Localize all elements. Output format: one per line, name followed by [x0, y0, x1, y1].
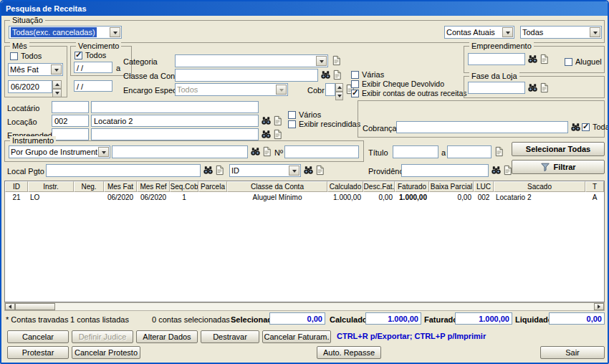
filtrar-button[interactable]: Filtrar: [512, 160, 605, 174]
vencimento-todos-checkbox[interactable]: Todos: [75, 51, 106, 60]
exibir-outras-checkbox[interactable]: Exibir contas de outras receitas: [351, 89, 467, 98]
document-icon[interactable]: [315, 165, 325, 176]
instrumento-grupo-combo[interactable]: Por Grupo de Instrumento: [9, 145, 110, 158]
aluguel-checkbox[interactable]: Aluguel: [565, 57, 602, 67]
varios-checkbox[interactable]: Vários: [288, 110, 321, 120]
combo-arrow-icon[interactable]: [590, 27, 600, 37]
table-row[interactable]: 21 LO 06/2020 06/2020 1 Aluguel Mínimo 1…: [5, 192, 604, 202]
grid-column-header[interactable]: T: [585, 181, 604, 192]
grid-column-header[interactable]: Desc.Fat.: [363, 181, 395, 192]
spin-up-icon[interactable]: [335, 83, 343, 92]
todas-combo[interactable]: Todas: [520, 26, 602, 39]
id-combo[interactable]: ID: [229, 164, 301, 177]
cancelar-faturamento-button[interactable]: Cancelar Faturam.: [262, 330, 331, 343]
varias-checkbox[interactable]: Várias: [351, 70, 384, 80]
empreendedor-nome-field[interactable]: [91, 128, 259, 140]
titulo-ate-field[interactable]: [447, 145, 491, 158]
auto-repasse-button[interactable]: Auto. Repasse: [317, 346, 381, 359]
checkbox-box[interactable]: [351, 90, 359, 97]
cancelar-button[interactable]: Cancelar: [7, 330, 69, 343]
title-bar[interactable]: Pesquisa de Receitas: [1, 1, 608, 16]
grid-column-header[interactable]: Calculado: [327, 181, 363, 192]
cobr-spinner[interactable]: [335, 83, 343, 96]
mes-tipo-combo[interactable]: Mês Fat: [8, 63, 63, 76]
grid-column-header[interactable]: Mes Fat: [104, 181, 137, 192]
mes-periodo-field[interactable]: 06/2020: [8, 80, 52, 93]
locacao-codigo-field[interactable]: 002: [52, 115, 89, 127]
binoculars-icon[interactable]: [527, 54, 538, 64]
grid-column-header[interactable]: ID: [5, 181, 28, 192]
grid-column-header[interactable]: LUC: [474, 181, 494, 192]
document-icon[interactable]: [332, 70, 342, 80]
document-icon[interactable]: [272, 129, 283, 140]
situacao-combo[interactable]: Todas(exc. canceladas): [9, 26, 122, 39]
checkbox-box[interactable]: [351, 80, 359, 88]
checkbox-box[interactable]: [288, 111, 296, 119]
binoculars-icon[interactable]: [491, 165, 502, 176]
grid-horizontal-scrollbar[interactable]: [4, 302, 605, 311]
locacao-nome-field[interactable]: Locatario 2: [91, 115, 259, 127]
providencia-field[interactable]: [401, 164, 489, 177]
contas-atuais-combo[interactable]: Contas Atuais: [444, 26, 514, 39]
binoculars-icon[interactable]: [527, 82, 538, 93]
grid-column-header[interactable]: Instr.: [28, 181, 74, 192]
scroll-right-icon[interactable]: [594, 303, 604, 310]
protestar-button[interactable]: Protestar: [7, 346, 69, 359]
exibir-cheque-checkbox[interactable]: Exibir Cheque Devolvido: [351, 80, 444, 89]
combo-arrow-icon[interactable]: [51, 64, 62, 75]
mes-periodo-spinner[interactable]: [52, 80, 62, 93]
binoculars-icon[interactable]: [320, 70, 331, 80]
instrumento-field[interactable]: [112, 145, 248, 158]
document-icon[interactable]: [494, 146, 504, 157]
scrollbar-track[interactable]: [55, 303, 594, 310]
spin-up-icon[interactable]: [52, 80, 62, 89]
fase-loja-field[interactable]: [468, 82, 525, 94]
grid-column-header[interactable]: Parcela: [198, 181, 227, 192]
document-icon[interactable]: [272, 115, 283, 126]
binoculars-icon[interactable]: [261, 115, 272, 126]
grid-column-header[interactable]: Baixa Parcial: [429, 181, 474, 192]
grid-column-header[interactable]: Classe da Conta: [227, 181, 327, 192]
combo-arrow-icon[interactable]: [502, 27, 513, 37]
scrollbar-thumb[interactable]: [15, 303, 55, 310]
cancelar-protesto-button[interactable]: Cancelar Protesto: [72, 346, 140, 359]
combo-arrow-icon[interactable]: [316, 56, 327, 66]
locatario-codigo-field[interactable]: [52, 101, 89, 113]
combo-arrow-icon[interactable]: [289, 166, 299, 176]
scroll-left-icon[interactable]: [5, 303, 15, 310]
cobr-field[interactable]: [325, 83, 335, 96]
titulo-de-field[interactable]: [393, 145, 438, 158]
binoculars-icon[interactable]: [261, 129, 272, 140]
vencimento-de-field[interactable]: / /: [74, 62, 112, 73]
binoculars-icon[interactable]: [570, 122, 581, 133]
checkbox-box[interactable]: [10, 52, 18, 60]
checkbox-box[interactable]: [351, 71, 359, 79]
spin-down-icon[interactable]: [52, 89, 62, 97]
alterar-dados-button[interactable]: Alterar Dados: [136, 330, 198, 343]
document-icon[interactable]: [539, 82, 550, 93]
combo-arrow-icon[interactable]: [276, 85, 287, 95]
cobranca-todas-checkbox[interactable]: Todas: [582, 123, 609, 132]
checkbox-box[interactable]: [582, 123, 590, 131]
binoculars-icon[interactable]: [203, 165, 214, 176]
grid-column-header[interactable]: Sacado: [494, 181, 585, 192]
document-icon[interactable]: [331, 55, 342, 66]
locatario-nome-field[interactable]: [91, 101, 259, 113]
document-icon[interactable]: [214, 165, 225, 176]
results-grid[interactable]: ID Instr. Neg. Mes Fat Mes Ref Seq.Cob P…: [4, 181, 605, 302]
binoculars-icon[interactable]: [250, 146, 261, 157]
categoria-combo[interactable]: [175, 54, 328, 67]
checkbox-box[interactable]: [75, 52, 82, 59]
instrumento-numero-field[interactable]: [284, 145, 359, 158]
local-pgto-field[interactable]: [46, 164, 201, 177]
encargo-combo[interactable]: Todos: [175, 83, 288, 96]
cobranca-field[interactable]: [396, 121, 568, 133]
destravar-button[interactable]: Destravar: [201, 330, 259, 343]
grid-column-header[interactable]: Mes Ref: [137, 181, 170, 192]
exibir-rescindidas-checkbox[interactable]: Exibir rescindidas: [288, 120, 360, 129]
combo-arrow-icon[interactable]: [98, 147, 109, 157]
empreendedor-codigo-field[interactable]: [52, 128, 89, 140]
classe-conta-field[interactable]: [175, 69, 318, 82]
combo-arrow-icon[interactable]: [110, 27, 120, 37]
checkbox-box[interactable]: [288, 120, 296, 128]
